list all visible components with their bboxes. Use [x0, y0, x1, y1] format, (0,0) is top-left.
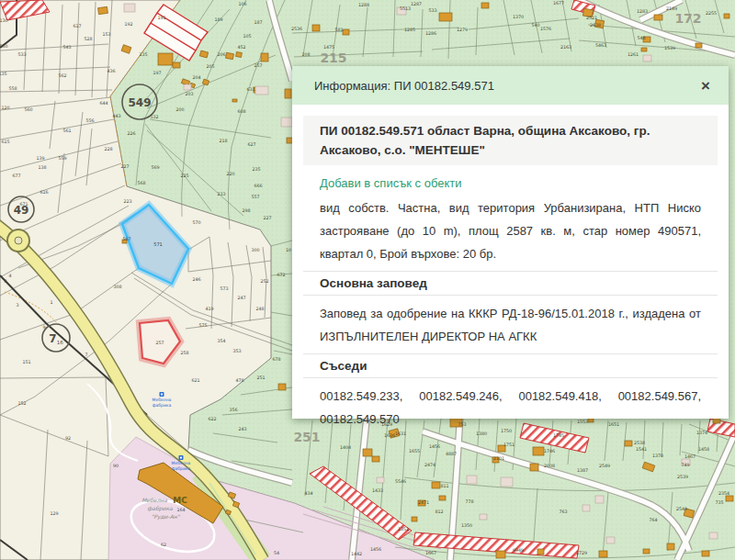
parcel-label: 1576 [540, 27, 551, 31]
add-to-object-list-link[interactable]: Добави в списък с обекти [320, 176, 701, 190]
bus-stop-label: Мебелна [153, 398, 172, 402]
parcel-label: 153 [102, 32, 110, 37]
parcel-label: 252 [260, 279, 268, 284]
parcel-label: 419 [205, 307, 213, 311]
parcel-label: 1279 [457, 28, 468, 32]
parcel-label: 644 [99, 101, 107, 106]
parcel-label: 129 [50, 511, 58, 516]
building [236, 52, 243, 58]
parcel-label: 298 [242, 208, 250, 213]
bus-stop-label: Мебелна [172, 461, 191, 465]
parcel-label: 617 [73, 24, 81, 28]
parcel-label: 570 [192, 220, 200, 225]
bus-stop-icon [161, 394, 163, 396]
district-label: 215 [320, 50, 346, 65]
parcel-label: 206 [217, 52, 225, 57]
parcel-label: 7 [85, 353, 87, 357]
parcel-label: 1539 [664, 46, 675, 50]
building [667, 543, 674, 550]
parcel-label: 258 [180, 351, 188, 355]
parcel-label: 2255 [706, 11, 717, 16]
kais-cadastre-app: 1305505335435281536175625585605615565596… [0, 0, 735, 560]
parcel-label: 2538 [634, 441, 645, 445]
parcel-label: 356 [229, 408, 237, 412]
building [726, 496, 733, 501]
parcel-label: 621 [191, 378, 199, 383]
parcel-label: 151 [22, 360, 30, 364]
parcel-label: 9949 [513, 548, 524, 553]
parcel-label: 1456 [429, 444, 440, 449]
parcel-label: 1404 [340, 445, 351, 450]
parcel-label: 763 [559, 510, 567, 514]
parcel-label: 226 [127, 131, 135, 136]
region-circle-label: 549 [128, 96, 151, 109]
parcel-label: 227 [120, 164, 129, 169]
parcel-label: 2521 [586, 16, 597, 20]
parcel-label: 1288 [358, 3, 369, 7]
parcel-label: 204 [192, 75, 200, 80]
parcel-label: 452 [237, 45, 245, 50]
section-heading-order: Основна заповед [303, 271, 718, 296]
parcel-label: 573 [220, 286, 228, 291]
parcel-label: 434 [304, 491, 312, 496]
parcel-label: 208 [301, 52, 310, 57]
parcel-label: 562 [58, 73, 66, 78]
building [654, 15, 662, 20]
factory-name-label: фабрика [147, 505, 173, 512]
parcel-label: 1261 [628, 52, 639, 57]
close-icon[interactable]: × [697, 76, 714, 95]
parcel-label: 749 [681, 463, 689, 467]
parcel-label: 812 [435, 510, 443, 514]
parcel-label: 200 [175, 107, 184, 112]
parcel-label: 130 [0, 18, 8, 23]
parcel-label: 10 [286, 248, 291, 252]
parcel-label: 120 [1, 106, 9, 110]
parcel-label: 164 [176, 508, 185, 512]
parcel-label: 631 [246, 87, 254, 92]
parcel-label: 2536 [291, 27, 302, 31]
parcel-label: 189 [214, 17, 222, 22]
parcel-label: 443 [112, 114, 120, 118]
factory-building-name: МС [173, 496, 187, 505]
building [278, 384, 286, 390]
parcel-label: 2008 [544, 464, 555, 468]
parcel-label: 90 [113, 464, 119, 468]
building [343, 29, 349, 35]
parcel-label: 354 [217, 339, 225, 343]
building [625, 441, 632, 446]
parcel-label: 1467 [684, 454, 695, 459]
building [695, 43, 702, 48]
shed [184, 84, 191, 90]
parcel-label: 5513 [400, 6, 411, 11]
parcel-label: 246 [192, 277, 200, 282]
building [702, 551, 709, 556]
building [439, 496, 446, 500]
parcel-label: 203 [185, 92, 193, 96]
building [261, 53, 268, 62]
parcel-label: 233 [217, 192, 225, 196]
info-panel-body: ПИ 00182.549.571 област Варна, община Ак… [292, 116, 729, 431]
parcel-label: 1380 [476, 431, 487, 436]
parcel-label: 1745 [553, 433, 564, 438]
parcel-label: 1350 [461, 523, 472, 528]
parcel-label: 559 [58, 156, 66, 161]
parcel-label: 2539 [677, 475, 688, 479]
parcel-label: 1667 [425, 551, 436, 555]
parcel-label: 1677 [553, 1, 564, 6]
shed [377, 477, 384, 483]
parcel-label: 300 [251, 248, 259, 252]
parcel-label: 560 [24, 107, 32, 112]
bus-stop-label: фабрика [172, 466, 191, 471]
parcel-label: 666 [254, 184, 262, 188]
parcel-label: 615 [1, 140, 9, 144]
parcel-label: 5463 [595, 43, 606, 48]
parcel-label: 1283 [637, 9, 648, 14]
neighbours-text: 00182.549.233, 00182.549.246, 00182.549.… [320, 385, 701, 431]
parcel-label: 575 [198, 323, 207, 328]
parcel-label: 533 [428, 8, 436, 13]
highlighted-parcel-number: 257 [155, 341, 164, 345]
parcel-details-text: вид собств. Частна, вид територия Урбани… [320, 196, 701, 265]
shed [709, 532, 718, 539]
parcel-label: 106 [238, 2, 246, 6]
parcel-label: 192 [124, 22, 132, 27]
